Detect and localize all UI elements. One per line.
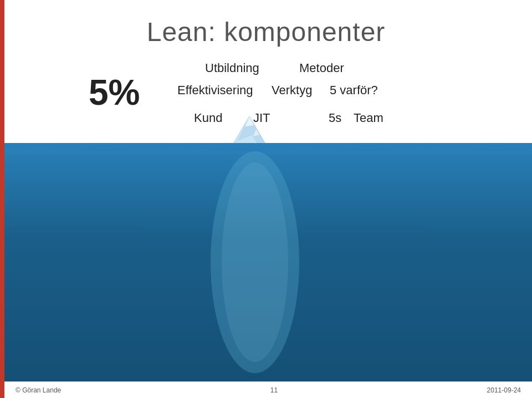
label-team: Team: [354, 111, 383, 125]
label-fem-s: 5s: [329, 111, 341, 125]
label-effektivisering: Effektivisering: [177, 83, 253, 98]
left-border-accent: [0, 0, 4, 398]
svg-point-5: [222, 162, 288, 362]
footer: © Göran Lande 11 2011-09-24: [4, 381, 532, 398]
page-title: Lean: komponenter: [0, 17, 532, 47]
label-fem-varfor: 5 varför?: [330, 83, 378, 98]
iceberg-below: [200, 143, 310, 381]
footer-copyright: © Göran Lande: [16, 386, 61, 394]
label-kund: Kund: [194, 111, 222, 125]
label-metoder: Metoder: [299, 61, 344, 75]
label-utbildning: Utbildning: [205, 61, 259, 75]
label-verktyg: Verktyg: [272, 83, 312, 98]
percent-label: 5%: [89, 72, 140, 113]
footer-date: 2011-09-24: [487, 386, 521, 394]
title-area: Lean: komponenter: [0, 17, 532, 47]
ocean: [4, 143, 532, 381]
footer-page-number: 11: [270, 386, 278, 394]
